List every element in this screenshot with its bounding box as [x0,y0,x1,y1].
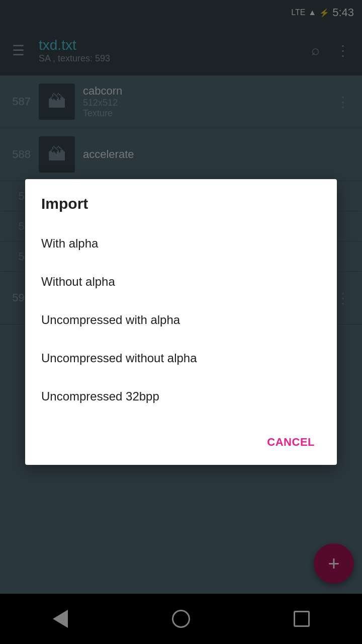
option-uncompressed-32bpp[interactable]: Uncompressed 32bpp [25,377,337,416]
dialog-overlay: Import With alpha Without alpha Uncompre… [0,0,362,644]
option-uncompressed-without-alpha[interactable]: Uncompressed without alpha [25,339,337,377]
option-without-alpha[interactable]: Without alpha [25,263,337,301]
dialog-actions: CANCEL [25,420,337,465]
option-with-alpha[interactable]: With alpha [25,224,337,263]
cancel-button[interactable]: CANCEL [257,428,325,457]
option-uncompressed-with-alpha[interactable]: Uncompressed with alpha [25,301,337,339]
import-dialog: Import With alpha Without alpha Uncompre… [25,179,337,465]
dialog-title: Import [25,195,337,224]
